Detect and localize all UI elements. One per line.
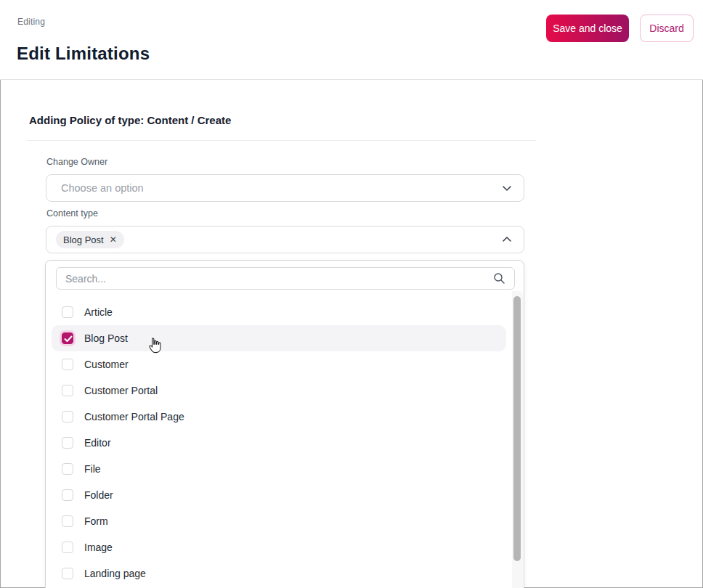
list-item-label: Form (84, 515, 108, 527)
search-icon (493, 272, 505, 285)
dropdown-scrollbar[interactable] (512, 291, 523, 588)
list-item-label: Customer Portal Page (84, 411, 184, 422)
chevron-down-icon (500, 181, 513, 195)
checkbox[interactable] (62, 568, 73, 579)
chip-label: Blog Post (63, 234, 104, 245)
list-item[interactable]: Blog Post (52, 325, 506, 351)
discard-button[interactable]: Discard (640, 15, 694, 42)
checkbox[interactable] (62, 489, 73, 501)
change-owner-select[interactable]: Choose an option (46, 174, 524, 202)
list-item[interactable]: File (52, 456, 506, 482)
list-item[interactable]: Landing page (52, 560, 506, 587)
section-divider (27, 140, 536, 141)
page-header: Editing Edit Limitations Save and close … (0, 0, 703, 80)
scrollbar-thumb[interactable] (513, 296, 521, 561)
chip-remove-icon[interactable]: ✕ (110, 235, 117, 244)
checkbox[interactable] (62, 463, 73, 475)
content-type-select[interactable]: Blog Post ✕ (46, 226, 524, 253)
list-item[interactable]: Article (52, 299, 506, 325)
checkbox[interactable] (62, 411, 73, 422)
list-item-label: Customer Portal (84, 385, 158, 396)
breadcrumb: Editing (17, 17, 45, 27)
list-item-label: Editor (84, 437, 111, 449)
checkbox[interactable] (62, 306, 73, 318)
list-item-label: Article (84, 306, 113, 318)
page-title: Edit Limitations (17, 44, 150, 64)
content-type-label: Content type (46, 208, 98, 219)
list-item[interactable]: Folder (52, 482, 506, 508)
list-item-label: Folder (84, 489, 113, 501)
checkbox[interactable] (62, 332, 73, 344)
checkbox[interactable] (62, 542, 73, 553)
checkbox[interactable] (62, 437, 73, 449)
content-type-dropdown: Article Blog Post Customer Customer Port… (45, 260, 524, 588)
list-item[interactable]: Customer (52, 351, 506, 377)
save-and-close-button[interactable]: Save and close (546, 15, 629, 42)
list-item[interactable]: Form (52, 508, 506, 534)
change-owner-label: Change Owner (46, 157, 107, 167)
change-owner-placeholder: Choose an option (61, 182, 144, 194)
list-item[interactable]: Image (52, 534, 506, 560)
search-field[interactable] (56, 267, 515, 290)
selected-chip: Blog Post ✕ (56, 231, 124, 248)
list-item-label: File (84, 463, 101, 475)
list-item[interactable]: Editor (52, 430, 506, 456)
chevron-up-icon (500, 233, 513, 246)
list-item[interactable]: Customer Portal Page (52, 404, 506, 430)
list-item-label: Customer (84, 359, 129, 370)
section-heading: Adding Policy of type: Content / Create (29, 114, 231, 126)
list-item-label: Image (84, 542, 113, 553)
checkbox[interactable] (62, 359, 73, 370)
options-list: Article Blog Post Customer Customer Port… (46, 299, 506, 587)
checkbox[interactable] (62, 385, 73, 396)
list-item-label: Blog Post (84, 332, 128, 344)
list-item-label: Landing page (84, 568, 146, 579)
search-input[interactable] (65, 273, 493, 285)
checkbox[interactable] (62, 515, 73, 527)
list-item[interactable]: Customer Portal (52, 377, 506, 404)
